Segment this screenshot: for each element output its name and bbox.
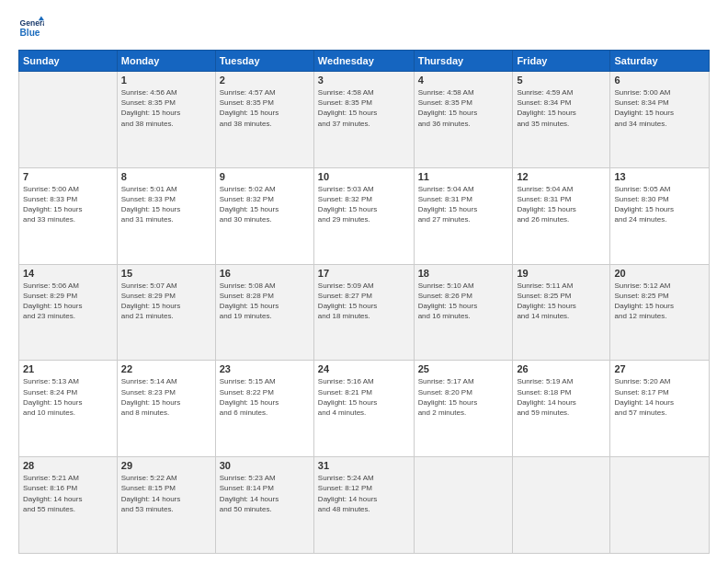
day-number: 11 xyxy=(418,171,509,182)
calendar-week-row: 14Sunrise: 5:06 AMSunset: 8:29 PMDayligh… xyxy=(19,264,710,361)
day-number: 2 xyxy=(220,75,310,86)
calendar-week-row: 21Sunrise: 5:13 AMSunset: 8:24 PMDayligh… xyxy=(19,361,710,457)
day-info: Sunrise: 5:13 AMSunset: 8:24 PMDaylight:… xyxy=(23,376,113,418)
day-info: Sunrise: 5:06 AMSunset: 8:29 PMDaylight:… xyxy=(23,281,113,322)
calendar-cell: 23Sunrise: 5:15 AMSunset: 8:22 PMDayligh… xyxy=(215,361,313,457)
calendar-cell: 16Sunrise: 5:08 AMSunset: 8:28 PMDayligh… xyxy=(215,264,313,361)
day-info: Sunrise: 5:22 AMSunset: 8:15 PMDaylight:… xyxy=(121,473,211,514)
day-info: Sunrise: 5:05 AMSunset: 8:30 PMDaylight:… xyxy=(614,184,705,225)
calendar-cell: 1Sunrise: 4:56 AMSunset: 8:35 PMDaylight… xyxy=(117,72,215,168)
day-info: Sunrise: 4:56 AMSunset: 8:35 PMDaylight:… xyxy=(121,87,211,129)
day-number: 24 xyxy=(318,363,410,374)
calendar-cell xyxy=(414,457,513,554)
day-number: 25 xyxy=(418,363,509,374)
day-info: Sunrise: 5:08 AMSunset: 8:28 PMDaylight:… xyxy=(220,281,310,322)
calendar-cell: 29Sunrise: 5:22 AMSunset: 8:15 PMDayligh… xyxy=(117,457,215,554)
day-number: 18 xyxy=(418,268,509,279)
calendar-cell: 30Sunrise: 5:23 AMSunset: 8:14 PMDayligh… xyxy=(215,457,313,554)
day-info: Sunrise: 5:09 AMSunset: 8:27 PMDaylight:… xyxy=(318,281,410,322)
calendar-cell: 11Sunrise: 5:04 AMSunset: 8:31 PMDayligh… xyxy=(414,167,513,264)
day-number: 16 xyxy=(220,268,310,279)
calendar-cell: 27Sunrise: 5:20 AMSunset: 8:17 PMDayligh… xyxy=(610,361,710,457)
day-info: Sunrise: 5:01 AMSunset: 8:33 PMDaylight:… xyxy=(121,184,211,225)
calendar-cell xyxy=(19,72,118,168)
calendar-cell: 4Sunrise: 4:58 AMSunset: 8:35 PMDaylight… xyxy=(414,72,513,168)
day-info: Sunrise: 4:58 AMSunset: 8:35 PMDaylight:… xyxy=(318,87,410,129)
day-number: 10 xyxy=(318,171,410,182)
logo-icon: General Blue xyxy=(18,15,44,40)
day-info: Sunrise: 5:00 AMSunset: 8:34 PMDaylight:… xyxy=(614,87,705,129)
day-number: 26 xyxy=(517,363,606,374)
day-number: 21 xyxy=(23,363,113,374)
day-number: 7 xyxy=(23,171,113,182)
day-info: Sunrise: 5:03 AMSunset: 8:32 PMDaylight:… xyxy=(318,184,410,225)
day-number: 23 xyxy=(220,363,310,374)
day-info: Sunrise: 4:57 AMSunset: 8:35 PMDaylight:… xyxy=(220,87,310,129)
calendar-header-row: SundayMondayTuesdayWednesdayThursdayFrid… xyxy=(19,51,710,72)
calendar-cell: 18Sunrise: 5:10 AMSunset: 8:26 PMDayligh… xyxy=(414,264,513,361)
column-header-tuesday: Tuesday xyxy=(215,51,313,72)
calendar-page: General Blue SundayMondayTuesdayWednesda… xyxy=(0,0,728,563)
day-info: Sunrise: 5:17 AMSunset: 8:20 PMDaylight:… xyxy=(418,376,509,418)
calendar-cell: 10Sunrise: 5:03 AMSunset: 8:32 PMDayligh… xyxy=(313,167,414,264)
column-header-thursday: Thursday xyxy=(414,51,513,72)
day-number: 8 xyxy=(121,171,211,182)
day-number: 28 xyxy=(23,460,113,471)
day-number: 1 xyxy=(121,75,211,86)
day-number: 30 xyxy=(220,460,310,471)
day-number: 4 xyxy=(418,75,509,86)
day-info: Sunrise: 5:00 AMSunset: 8:33 PMDaylight:… xyxy=(23,184,113,225)
day-number: 3 xyxy=(318,75,410,86)
day-number: 19 xyxy=(517,268,606,279)
calendar-cell: 15Sunrise: 5:07 AMSunset: 8:29 PMDayligh… xyxy=(117,264,215,361)
day-info: Sunrise: 5:14 AMSunset: 8:23 PMDaylight:… xyxy=(121,376,211,418)
column-header-friday: Friday xyxy=(513,51,610,72)
calendar-cell: 24Sunrise: 5:16 AMSunset: 8:21 PMDayligh… xyxy=(313,361,414,457)
calendar-cell xyxy=(610,457,710,554)
calendar-cell: 9Sunrise: 5:02 AMSunset: 8:32 PMDaylight… xyxy=(215,167,313,264)
calendar-cell: 19Sunrise: 5:11 AMSunset: 8:25 PMDayligh… xyxy=(513,264,610,361)
day-info: Sunrise: 5:11 AMSunset: 8:25 PMDaylight:… xyxy=(517,281,606,322)
calendar-cell: 26Sunrise: 5:19 AMSunset: 8:18 PMDayligh… xyxy=(513,361,610,457)
column-header-monday: Monday xyxy=(117,51,215,72)
calendar-cell: 2Sunrise: 4:57 AMSunset: 8:35 PMDaylight… xyxy=(215,72,313,168)
day-number: 27 xyxy=(614,363,705,374)
calendar-cell: 6Sunrise: 5:00 AMSunset: 8:34 PMDaylight… xyxy=(610,72,710,168)
calendar-cell: 14Sunrise: 5:06 AMSunset: 8:29 PMDayligh… xyxy=(19,264,118,361)
day-info: Sunrise: 5:10 AMSunset: 8:26 PMDaylight:… xyxy=(418,281,509,322)
svg-text:Blue: Blue xyxy=(20,28,40,38)
day-info: Sunrise: 4:58 AMSunset: 8:35 PMDaylight:… xyxy=(418,87,509,129)
day-info: Sunrise: 5:12 AMSunset: 8:25 PMDaylight:… xyxy=(614,281,705,322)
calendar-cell: 12Sunrise: 5:04 AMSunset: 8:31 PMDayligh… xyxy=(513,167,610,264)
calendar-cell: 8Sunrise: 5:01 AMSunset: 8:33 PMDaylight… xyxy=(117,167,215,264)
logo: General Blue xyxy=(18,15,44,40)
calendar-cell: 13Sunrise: 5:05 AMSunset: 8:30 PMDayligh… xyxy=(610,167,710,264)
calendar-cell: 22Sunrise: 5:14 AMSunset: 8:23 PMDayligh… xyxy=(117,361,215,457)
calendar-cell xyxy=(513,457,610,554)
day-info: Sunrise: 4:59 AMSunset: 8:34 PMDaylight:… xyxy=(517,87,606,129)
day-info: Sunrise: 5:20 AMSunset: 8:17 PMDaylight:… xyxy=(614,376,705,418)
column-header-saturday: Saturday xyxy=(610,51,710,72)
day-info: Sunrise: 5:23 AMSunset: 8:14 PMDaylight:… xyxy=(220,473,310,514)
column-header-wednesday: Wednesday xyxy=(313,51,414,72)
calendar-cell: 20Sunrise: 5:12 AMSunset: 8:25 PMDayligh… xyxy=(610,264,710,361)
day-info: Sunrise: 5:04 AMSunset: 8:31 PMDaylight:… xyxy=(418,184,509,225)
calendar-cell: 3Sunrise: 4:58 AMSunset: 8:35 PMDaylight… xyxy=(313,72,414,168)
header: General Blue xyxy=(18,15,710,40)
day-number: 14 xyxy=(23,268,113,279)
day-number: 29 xyxy=(121,460,211,471)
calendar-cell: 28Sunrise: 5:21 AMSunset: 8:16 PMDayligh… xyxy=(19,457,118,554)
column-header-sunday: Sunday xyxy=(19,51,118,72)
day-number: 5 xyxy=(517,75,606,86)
day-info: Sunrise: 5:19 AMSunset: 8:18 PMDaylight:… xyxy=(517,376,606,418)
day-info: Sunrise: 5:02 AMSunset: 8:32 PMDaylight:… xyxy=(220,184,310,225)
day-number: 20 xyxy=(614,268,705,279)
day-info: Sunrise: 5:15 AMSunset: 8:22 PMDaylight:… xyxy=(220,376,310,418)
calendar-cell: 25Sunrise: 5:17 AMSunset: 8:20 PMDayligh… xyxy=(414,361,513,457)
calendar-cell: 5Sunrise: 4:59 AMSunset: 8:34 PMDaylight… xyxy=(513,72,610,168)
day-number: 9 xyxy=(220,171,310,182)
day-number: 31 xyxy=(318,460,410,471)
calendar-cell: 31Sunrise: 5:24 AMSunset: 8:12 PMDayligh… xyxy=(313,457,414,554)
day-number: 22 xyxy=(121,363,211,374)
day-info: Sunrise: 5:16 AMSunset: 8:21 PMDaylight:… xyxy=(318,376,410,418)
